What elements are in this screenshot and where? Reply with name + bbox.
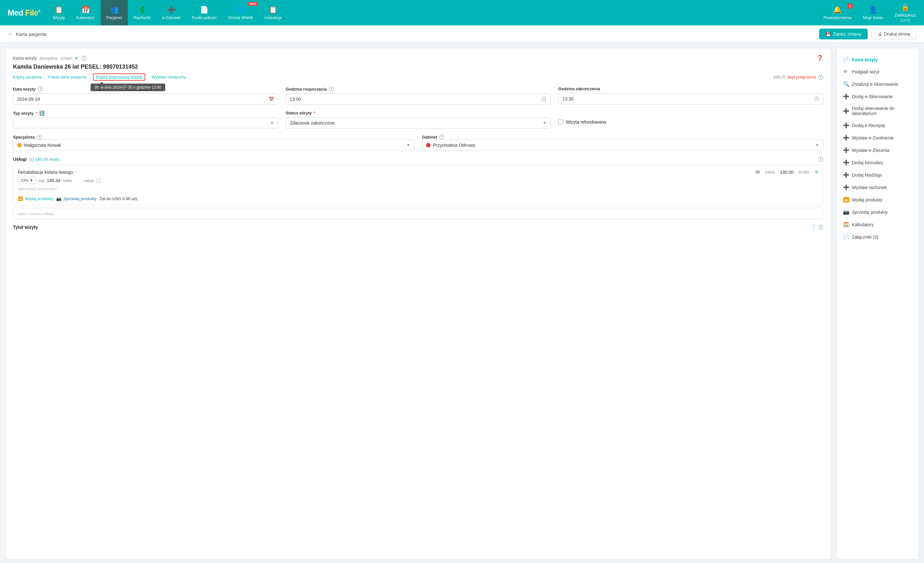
edit-patient-link[interactable]: Edytuj pacjenta: [13, 75, 41, 80]
add-service-input[interactable]: wpisz nazwę usługi: [13, 208, 823, 219]
sidebar-item-wystaw-ezlecenia[interactable]: ➕ Wystaw e-Zlecenia: [837, 144, 919, 156]
ewus-clock-icon[interactable]: 🕐: [818, 75, 823, 80]
nav-item-instrukcje[interactable]: 📋 Instrukcje: [259, 0, 288, 26]
sidebar-item-wydaj-produkty[interactable]: 🔼 Wydaj produkty: [837, 194, 919, 206]
nav-item-powiadomienia[interactable]: 1 🔔 Powiadomienia: [818, 0, 857, 26]
zrealizuj-eskierowanie-icon: 🔍: [843, 81, 849, 87]
sidebar-item-wystaw-ezwolnienie[interactable]: ➕ Wystaw e-Zwolnienie: [837, 132, 919, 144]
dodaj-eskierowanie-icon: ➕: [843, 93, 849, 99]
visit-status-select[interactable]: Zdarzenie zakończone. ▼: [286, 117, 550, 129]
nav-item-rachunki[interactable]: 💲 Rachunki: [128, 0, 156, 26]
sidebar-item-sprzedaj-produkty[interactable]: 📷 Sprzedaj produkty: [837, 206, 919, 218]
zabezpiecz-timer: 119:52: [900, 19, 910, 22]
start-time-input[interactable]: 13:00 🕐: [286, 93, 550, 105]
print-button[interactable]: 🖨 Drukuj stronę: [872, 29, 916, 39]
wydaj-produkty-link[interactable]: Wydaj produkty:: [25, 196, 54, 201]
sidebar-item-dodaj-medsign[interactable]: ➕ Dodaj MedSign: [837, 169, 919, 181]
right-sidebar: 📄 Karta wizyty 👁 Podgląd wizyt 🔍 Zrealiz…: [836, 48, 919, 560]
service-netto: 146,34: [47, 178, 60, 183]
service-netto-label: netto: [63, 178, 72, 183]
nav-label-kalendarz: Kalendarz: [76, 15, 95, 20]
sprzedaj-produkty-link[interactable]: Sprzedaj produkty:: [63, 196, 98, 201]
gabinet-clock-icon[interactable]: 🕐: [439, 134, 444, 140]
sidebar-label-wydaj-produkty: Wydaj produkty: [852, 197, 882, 203]
nav-label-moje-konto: Moje konto: [863, 15, 884, 20]
sidebar-item-kalkulatory[interactable]: 🧮 Kalkulatory: [837, 218, 919, 231]
zalaczniki-icon: 📄: [843, 234, 849, 240]
card-title-row: Karta wizyty domyślna · zmień ▼ 🕐: [13, 56, 86, 61]
end-time-input[interactable]: 13:30 🕐: [558, 93, 823, 105]
uslugi-clock-icon[interactable]: 🕐: [818, 157, 823, 162]
nav-item-punkt-pobran[interactable]: 📄 Punkt pobrań: [186, 0, 222, 26]
specialist-gabinet-row: Specjalista 🕐 Małgorzata Nowak ▼ Gabinet…: [13, 134, 823, 151]
punkt-pobran-icon: 📄: [200, 6, 208, 14]
sidebar-label-dodaj-skierowanie-lab: Dodaj skierowanie do laboratorium: [852, 106, 912, 116]
karta-wizyty-icon: 📄: [843, 57, 849, 63]
date-clock-icon[interactable]: 🕐: [38, 86, 43, 92]
service-comment[interactable]: wprowadź komentarz: [18, 184, 819, 194]
sidebar-item-podglad-wizyt[interactable]: 👁 Podgląd wizyt: [837, 66, 919, 78]
nav-item-moje-konto[interactable]: 👤 Moje konto: [857, 0, 889, 26]
copy-visit-button[interactable]: Kopiuj poprzednią wizytę 39. w dniu 2019…: [93, 74, 145, 81]
type-status-row: Typ wizyty * ℹ️ ▼ Status wizyty * Zdarze…: [13, 111, 823, 129]
nav-label-ezdrowie: e-Zdrowie: [162, 15, 180, 20]
end-time-icon: 🕐: [814, 96, 819, 101]
breadcrumb-label: Karta pacjenta: [16, 32, 47, 37]
nav-label-pacjenci: Pacjenci: [106, 15, 122, 20]
specialist-select[interactable]: Małgorzata Nowak ▼: [13, 140, 414, 151]
instrukcje-icon: 📋: [269, 6, 278, 14]
pacjenci-icon: 👥: [110, 6, 118, 14]
powiadomienia-badge: 1: [847, 3, 853, 9]
sidebar-item-karta-wizyty[interactable]: 📄 Karta wizyty: [837, 53, 919, 66]
sidebar-item-zalaczniki[interactable]: 📄 Załączniki (3): [837, 231, 919, 243]
specialist-clock-icon[interactable]: 🕐: [36, 134, 42, 140]
end-time-value: 13:30: [562, 96, 573, 101]
change-link[interactable]: ▼: [74, 56, 78, 61]
nav-item-strona-www[interactable]: NEW 🌐 Strona WWW: [222, 0, 259, 26]
start-time-label: Godzina rozpoczęcia 🕐: [286, 86, 550, 92]
sidebar-label-karta-wizyty: Karta wizyty: [852, 57, 878, 62]
nav-item-wizyty[interactable]: 📋 Wizyty: [47, 0, 70, 26]
nav-item-kalendarz[interactable]: 📅 Kalendarz: [70, 0, 101, 26]
visit-date-input[interactable]: 2024-09-19 📅: [13, 93, 278, 105]
sidebar-item-dodaj-eskierowanie[interactable]: ➕ Dodaj e-Skierowanie: [837, 90, 919, 103]
sprzedaj-produkty-sidebar-icon: 📷: [843, 209, 849, 215]
service-minutes-label: minut: [765, 170, 775, 174]
show-patient-link[interactable]: Pokaż dane pacjenta: [48, 75, 86, 80]
wystaw-ezwolnienie-icon: ➕: [843, 135, 849, 141]
sidebar-item-wystaw-rachunek[interactable]: ➕ Wystaw rachunek: [837, 181, 919, 194]
sidebar-label-dodaj-formularz: Dodaj formularz: [852, 160, 884, 165]
end-time-group: Godzina zakończenia 13:30 🕐: [558, 86, 823, 105]
nav-item-ezdrowie[interactable]: ➕ e-Zdrowie: [156, 0, 186, 26]
sidebar-item-zrealizuj-eskierowanie[interactable]: 🔍 Zrealizuj e-Skierowanie: [837, 78, 919, 90]
sidebar-label-wystaw-ezwolnienie: Wystaw e-Zwolnienie: [852, 135, 894, 140]
visit-title-clock-icon[interactable]: 🕐: [818, 225, 823, 230]
refunded-checkbox[interactable]: [558, 119, 563, 125]
nav-items: 📋 Wizyty 📅 Kalendarz 👥 Pacjenci 💲 Rachun…: [47, 0, 818, 26]
help-icon[interactable]: ❓: [816, 55, 823, 62]
visit-type-select[interactable]: ▼: [13, 117, 278, 128]
card-clock-icon[interactable]: 🕐: [81, 56, 86, 61]
visit-type-info-icon[interactable]: ℹ️: [39, 111, 45, 116]
sidebar-item-dodaj-skierowanie-lab[interactable]: ➕ Dodaj skierowanie do laboratorium: [837, 103, 919, 119]
save-button[interactable]: 💾 Zapisz zmiany: [819, 29, 867, 39]
vat-select[interactable]: 23% ▼: [18, 177, 36, 184]
start-time-value: 13:00: [290, 97, 301, 102]
service-close-button[interactable]: ✕: [814, 169, 819, 175]
visit-type-group: Typ wizyty * ℹ️ ▼: [13, 111, 278, 129]
gabinet-label: Gabinet 🕐: [422, 134, 823, 140]
nav-label-rachunki: Rachunki: [134, 15, 151, 20]
rabat-checkbox[interactable]: [96, 178, 101, 183]
logo: Med File®: [3, 0, 47, 26]
start-clock-icon[interactable]: 🕐: [328, 86, 334, 92]
sprzedaj-produkty-icon: 📷: [56, 196, 62, 201]
sidebar-item-dodaj-recepte[interactable]: ➕ Dodaj e-Receptę: [837, 119, 919, 132]
dodaj-formularz-icon: ➕: [843, 159, 849, 165]
sidebar-item-dodaj-formularz[interactable]: ➕ Dodaj formularz: [837, 156, 919, 169]
nav-item-pacjenci[interactable]: 👥 Pacjenci: [101, 0, 128, 26]
interview-link[interactable]: Wywiad medyczny: [152, 75, 186, 80]
gabinet-select[interactable]: Przychodnia Odnowy ▼: [422, 140, 823, 151]
nav-item-zabezpiecz[interactable]: 🔒 Zabezpiecz 119:52: [889, 0, 921, 26]
visit-title-row: Tytuł wizyty 📄 🕐: [13, 225, 823, 230]
save-icon: 💾: [825, 32, 831, 36]
